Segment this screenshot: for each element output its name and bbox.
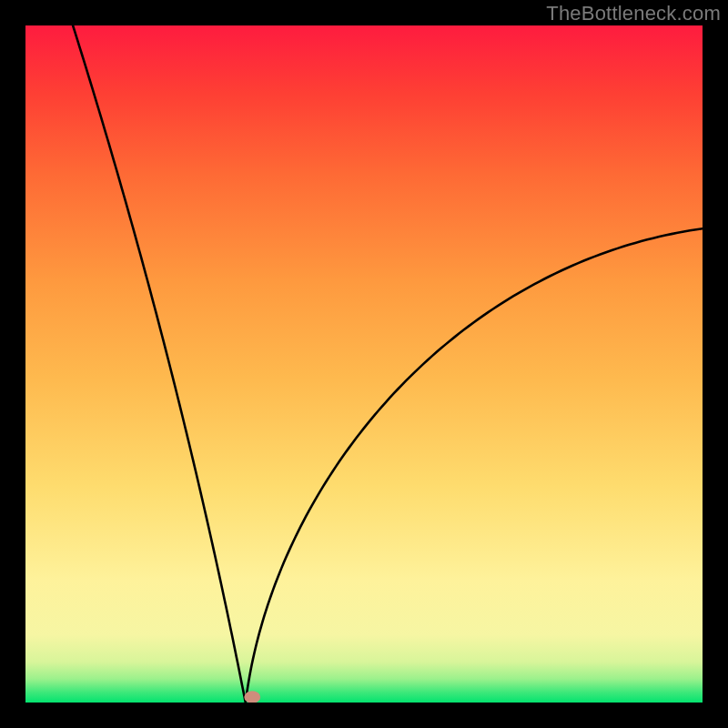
watermark-text: TheBottleneck.com	[546, 2, 721, 25]
chart-container: TheBottleneck.com	[0, 0, 728, 728]
plot-area	[25, 25, 703, 703]
bottleneck-curve-canvas	[25, 25, 703, 703]
